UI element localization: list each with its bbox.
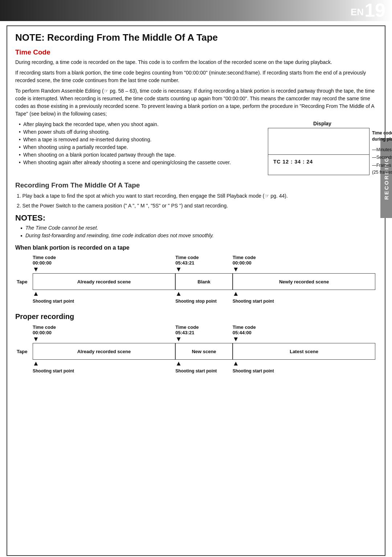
- blank-tc-value-2: 00:00:00: [233, 260, 375, 266]
- en-label: EN: [351, 7, 364, 17]
- display-label: Display: [268, 121, 377, 126]
- blank-arrow-right: ▼: [233, 266, 375, 273]
- tc-text: TC 12 : 34 : 24: [273, 159, 313, 165]
- proper-shoot-right: Shooting start point: [233, 367, 375, 374]
- main-content: NOTE: Recording From The Middle Of A Tap…: [7, 25, 385, 556]
- blank-shoot-left: Shooting start point: [33, 298, 175, 304]
- bullet-3: When a tape is removed and re-inserted d…: [19, 136, 261, 144]
- bullet-4: When shooting using a partially recorded…: [19, 144, 261, 151]
- notes-bullet-2: During fast-forwarding and rewinding, ti…: [20, 232, 377, 239]
- bullet-1: After playing back the recorded tape, wh…: [19, 121, 261, 128]
- blank-diagram-title: When blank portion is recorded on a tape: [15, 245, 377, 251]
- proper-shoot-mid: Shooting start point: [175, 367, 232, 374]
- proper-tape-row: Tape Already recorded scene New scene La…: [17, 343, 375, 360]
- proper-latest-segment: Latest scene: [233, 343, 375, 360]
- top-bar: EN 19: [0, 0, 392, 21]
- notes-bullets: The Time Code cannot be reset. During fa…: [15, 224, 377, 239]
- time-code-para-3: To perform Random Assemble Editing (☞ pg…: [15, 87, 377, 118]
- time-code-bullets: After playing back the recorded tape, wh…: [15, 121, 261, 166]
- blank-arrow-mid: ▼: [175, 266, 232, 273]
- proper-tc-label-0: Time code: [33, 324, 175, 330]
- main-title: NOTE: Recording From The Middle Of A Tap…: [15, 32, 377, 43]
- proper-down-arrows: ▼ ▼ ▼: [17, 335, 375, 343]
- blank-tape-row: Tape Already recorded scene Blank Newly …: [17, 273, 375, 290]
- ann-seconds: —Seconds: [372, 154, 392, 162]
- proper-up-left: ▲: [33, 360, 175, 367]
- notes-title: NOTES:: [15, 213, 45, 222]
- blank-tc-label-1: Time code: [175, 255, 232, 260]
- blank-tc-mid: Time code 05:43:21: [175, 255, 232, 266]
- proper-tc-label-row: Time code 00:00:00 Time code 05:43:21 Ti…: [17, 324, 375, 335]
- blank-already-segment: Already recorded scene: [33, 273, 175, 290]
- page-number: 19: [364, 1, 385, 20]
- proper-up-arrows: ▲ ▲ ▲: [17, 360, 375, 367]
- ann-minutes: —Minutes: [372, 146, 392, 154]
- blank-shooting-labels: Shooting start point Shooting stop point…: [17, 298, 375, 304]
- blank-tc-left: Time code 00:00:00: [33, 255, 175, 266]
- proper-tc-right: Time code 05:44:00: [233, 324, 375, 335]
- bullet-2: When power shuts off during shooting.: [19, 128, 261, 136]
- time-code-para-1: During recording, a time code is recorde…: [15, 58, 377, 66]
- proper-title: Proper recording: [15, 312, 377, 321]
- proper-arrow-left: ▼: [33, 335, 175, 343]
- blank-up-left: ▲: [33, 290, 175, 298]
- proper-tape-label: Tape: [17, 343, 33, 360]
- ann-frames: —Frames: [372, 162, 392, 170]
- time-code-para-2: If recording starts from a blank portion…: [15, 69, 377, 84]
- blank-shoot-mid: Shooting stop point: [175, 298, 232, 304]
- display-box: TC 12 : 34 : 24: [268, 128, 369, 175]
- bullet-6: When shooting again after already shooti…: [19, 159, 261, 166]
- recording-middle-title: Recording From The Middle Of A Tape: [15, 181, 377, 189]
- proper-arrow-right: ▼: [233, 335, 375, 343]
- blank-arrow-left: ▼: [33, 266, 175, 273]
- display-annotations: Time code is displayedduring playback. —…: [372, 130, 392, 175]
- blank-tc-value-0: 00:00:00: [33, 260, 175, 266]
- time-code-two-col: After playing back the recorded tape, wh…: [15, 121, 377, 176]
- display-col: Display TC 12 : 34 : 24 Time code is dis…: [268, 121, 377, 176]
- blank-up-right: ▲: [233, 290, 375, 298]
- ann-time-code-displayed: Time code is displayedduring playback.: [372, 130, 392, 142]
- proper-tc-left: Time code 00:00:00: [33, 324, 175, 335]
- notes-title-wrapper: NOTES:: [15, 213, 377, 223]
- step-2: 2. Set the Power Switch to the camera po…: [15, 202, 377, 210]
- blank-newly-segment: Newly recorded scene: [233, 273, 375, 290]
- proper-new-segment: New scene: [175, 343, 233, 360]
- proper-up-right: ▲: [233, 360, 375, 367]
- proper-tc-value-0: 00:00:00: [33, 330, 175, 335]
- proper-tc-value-1: 05:43:21: [175, 330, 232, 335]
- blank-tc-label-0: Time code: [33, 255, 175, 260]
- step-1: 1. Play back a tape to find the spot at …: [15, 192, 377, 200]
- tc-display-line: [268, 154, 369, 155]
- proper-tc-label-1: Time code: [175, 324, 232, 330]
- blank-shoot-right: Shooting start point: [233, 298, 375, 304]
- blank-tc-label-row: Time code 00:00:00 Time code 05:43:21 Ti…: [17, 255, 375, 266]
- ann-frames-note: (25 frames = 1 second): [372, 169, 392, 175]
- proper-shooting-labels: Shooting start point Shooting start poin…: [17, 367, 375, 374]
- proper-tc-value-2: 05:44:00: [233, 330, 375, 335]
- proper-up-mid: ▲: [175, 360, 232, 367]
- blank-tc-right: Time code 00:00:00: [233, 255, 375, 266]
- blank-down-arrows: ▼ ▼ ▼: [17, 266, 375, 273]
- proper-tc-mid: Time code 05:43:21: [175, 324, 232, 335]
- blank-diagram: Time code 00:00:00 Time code 05:43:21 Ti…: [15, 255, 377, 304]
- blank-blank-segment: Blank: [175, 273, 233, 290]
- proper-already-segment: Already recorded scene: [33, 343, 175, 360]
- notes-bullet-1: The Time Code cannot be reset.: [20, 224, 377, 232]
- blank-tc-label-2: Time code: [233, 255, 375, 260]
- display-wrapper: TC 12 : 34 : 24 Time code is displayeddu…: [268, 128, 369, 175]
- blank-tape-label: Tape: [17, 273, 33, 290]
- proper-arrow-mid: ▼: [175, 335, 232, 343]
- time-code-title: Time Code: [15, 48, 377, 56]
- bullet-col: After playing back the recorded tape, wh…: [15, 121, 261, 176]
- proper-tc-label-2: Time code: [233, 324, 375, 330]
- blank-tc-value-1: 05:43:21: [175, 260, 232, 266]
- bullet-5: When shooting on a blank portion located…: [19, 151, 261, 159]
- proper-shoot-left: Shooting start point: [33, 367, 175, 374]
- blank-up-mid: ▲: [175, 290, 232, 298]
- blank-up-arrows: ▲ ▲ ▲: [17, 290, 375, 298]
- proper-diagram: Time code 00:00:00 Time code 05:43:21 Ti…: [15, 324, 377, 374]
